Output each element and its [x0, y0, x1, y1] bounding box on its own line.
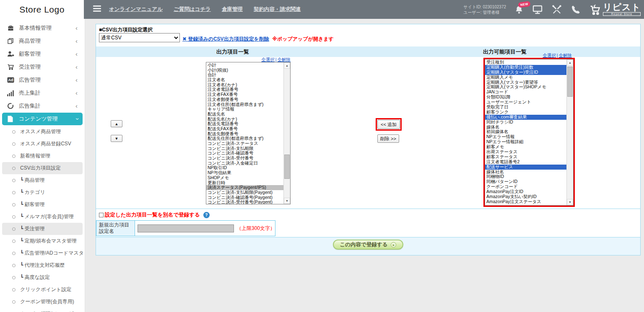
list-option[interactable]: NPエラー情報 — [485, 134, 566, 139]
list-option[interactable]: 定期購入(マスター)受注ID — [485, 70, 566, 75]
sidebar-item[interactable]: オススメ商品登録CSV — [2, 138, 83, 150]
scrollbar-thumb[interactable] — [284, 155, 290, 179]
output-items-listbox[interactable]: 小計小計(税抜)合計注文者名注文者名(カナ)注文者電話番号注文者FAX番号注文者… — [206, 62, 291, 204]
sidebar-item[interactable]: 新着情報管理 — [2, 150, 83, 162]
list-option[interactable]: 顧客ステータス — [485, 155, 566, 160]
sidebar-item[interactable]: CSV出力項目設定 — [2, 162, 83, 174]
list-option[interactable]: 更新日時 — [206, 180, 283, 186]
help-icon[interactable]: ? — [203, 212, 210, 218]
brand-logo[interactable]: リピスト Repeat Store — [589, 3, 641, 16]
phone-icon[interactable] — [571, 5, 580, 14]
sidebar-item[interactable]: ┗ 顧客管理 — [2, 199, 83, 211]
list-option[interactable]: 同封チラシID — [485, 120, 566, 125]
sidebar-item[interactable]: ┗ 高度な設定 — [2, 271, 83, 284]
available-items-listbox[interactable]: 受注種別定期購入(自動受注)回数定期購入(マスター)受注ID定期購入メモ定期購入… — [485, 59, 574, 206]
list-option[interactable]: 定期購入(マスター)要望等 — [485, 80, 566, 85]
list-option[interactable]: 同梱物ID — [485, 174, 566, 179]
list-option[interactable]: 出荷ステータス — [485, 150, 566, 155]
sidebar-item[interactable]: コンテンツ管理‹ — [2, 113, 83, 125]
sidebar-item[interactable]: クーポン管理(会員専用) — [2, 296, 83, 308]
list-option[interactable]: 媒体名 — [485, 125, 566, 130]
list-option[interactable]: 決済ステータス(Paygent/IPS) — [206, 185, 283, 190]
list-option[interactable]: 注文者電話番号2 — [485, 160, 566, 165]
remove-button[interactable]: 削除 >> — [377, 134, 399, 143]
list-option[interactable]: 定期購入(自動受注)回数 — [485, 65, 566, 70]
sidebar-item[interactable]: Ad広告管理‹ — [2, 74, 83, 86]
left-clear-all-link[interactable]: 全解除 — [278, 57, 291, 62]
list-option[interactable]: 受注種別 — [485, 60, 566, 65]
sidebar-item[interactable]: ┗ メルマガ(非会員)管理 — [2, 211, 83, 223]
list-option[interactable]: 配送先名(カナ) — [206, 117, 283, 122]
sidebar-item[interactable]: ┗ 代理注文対応履歴 — [2, 259, 83, 271]
list-option[interactable]: コンビニ決済-支払期限(Paygent) — [206, 190, 283, 195]
move-up-button[interactable]: ▲ — [111, 120, 122, 127]
monitor-icon[interactable] — [532, 5, 543, 15]
store-logo[interactable]: Store Logo — [0, 0, 84, 19]
move-down-button[interactable]: ▼ — [111, 135, 122, 142]
sidebar-item[interactable]: クリックポイント設定 — [2, 284, 83, 296]
add-button[interactable]: << 追加 — [377, 120, 400, 129]
scroll-down-icon[interactable]: ▼ — [284, 198, 290, 204]
list-option[interactable]: コンビニ決済-確認番号 — [206, 151, 283, 156]
new-setting-name-input[interactable] — [138, 224, 234, 232]
list-option[interactable]: クーポンコード — [485, 184, 566, 189]
list-option[interactable]: コンビニ決済-確認番号(Paygent) — [206, 195, 283, 200]
right-clear-all-link[interactable]: 全解除 — [559, 53, 572, 58]
sidebar-item[interactable]: オススメ商品管理 — [2, 126, 83, 138]
list-option[interactable]: 配送サービス — [485, 165, 566, 170]
sidebar-item[interactable]: ┗ カテゴリ — [2, 186, 83, 199]
list-option[interactable]: NPエラー情報詳細 — [485, 139, 566, 144]
list-option[interactable]: 注文者住所(都道府県含まず) — [206, 102, 283, 107]
list-option[interactable]: 分類ID3以降 — [485, 95, 566, 100]
list-option[interactable]: 注文者FAX番号 — [206, 92, 283, 97]
sidebar-item[interactable]: 売上集計‹ — [2, 87, 83, 99]
scrollbar-thumb[interactable] — [567, 67, 573, 97]
list-option[interactable]: NP取引ID — [206, 165, 283, 170]
list-option[interactable]: 配送先電話番号 — [206, 121, 283, 126]
sidebar-item[interactable]: 基本情報管理‹ — [2, 22, 83, 34]
list-option[interactable]: 配送先FAX番号 — [206, 126, 283, 132]
list-option[interactable]: 配送先住所(都道府県含まず) — [206, 136, 283, 141]
header-nav-link[interactable]: ご質問はコチラ — [174, 6, 211, 13]
left-select-all-link[interactable]: 全選択 — [261, 57, 275, 62]
scroll-up-icon[interactable]: ▲ — [284, 62, 290, 69]
left-scrollbar[interactable]: ▲ ▼ — [283, 62, 290, 204]
list-option[interactable]: コンビニ決済-受付番号(Paygent) — [206, 200, 283, 204]
scroll-up-icon[interactable]: ▲ — [567, 59, 573, 66]
tools-icon[interactable] — [551, 5, 562, 15]
csv-preset-select[interactable]: 通常CSV — [99, 33, 180, 42]
sidebar-item[interactable]: クーポン管理(メルマガ) — [2, 308, 83, 312]
submit-button[interactable]: この内容で登録する ▶ — [333, 240, 403, 250]
list-option[interactable]: キャリア情報 — [206, 107, 283, 112]
sidebar-item[interactable]: ┗ 広告管理/ADコードマスタ — [2, 247, 83, 259]
list-option[interactable]: AmazonPay支払い契約ID — [485, 194, 566, 199]
hamburger-menu-icon[interactable] — [93, 5, 101, 13]
list-option[interactable]: JANコード — [485, 90, 566, 95]
list-option[interactable]: 注文者電話番号 — [206, 87, 283, 92]
list-option[interactable]: コンビニ決済-支払期限 — [206, 146, 283, 151]
list-option[interactable]: 小計 — [206, 63, 283, 68]
right-scrollbar[interactable]: ▲ ▼ — [566, 59, 573, 205]
list-option[interactable]: SHOPメモ — [206, 175, 283, 180]
list-option[interactable]: NP与信結果 — [206, 170, 283, 175]
delete-saved-csv-link[interactable]: ✖ 登録済みのCSV出力項目設定を削除 — [182, 36, 269, 42]
right-select-all-link[interactable]: 全選択 — [543, 53, 556, 58]
list-option[interactable]: 受取完了日 — [485, 105, 566, 110]
list-option[interactable]: 顧客ランク — [485, 110, 566, 115]
list-option[interactable]: コンビニ決済-ステータス — [206, 141, 283, 146]
list-option[interactable]: AmazonPay注文ステータス — [485, 199, 566, 204]
sidebar-item[interactable]: 顧客管理‹ — [2, 48, 83, 60]
list-option[interactable]: 注文者郵便番号 — [206, 97, 283, 102]
sidebar-item[interactable]: ┗ 定期/頒布会マスタ管理 — [2, 235, 83, 247]
list-option[interactable]: 合計 — [206, 72, 283, 77]
scroll-down-icon[interactable]: ▼ — [567, 199, 573, 205]
list-option[interactable]: 顧客メモ — [485, 144, 566, 150]
sidebar-item[interactable]: ┗ 受注管理 — [2, 223, 83, 235]
header-nav-link[interactable]: 契約内容・請求関連 — [254, 6, 301, 13]
list-option[interactable]: 後払い.com審査結果 — [485, 115, 566, 120]
list-option[interactable]: AmazonPay注文ID — [485, 189, 566, 194]
bell-icon[interactable]: NEW — [514, 5, 524, 15]
sidebar-item[interactable]: ┗ 商品管理 — [2, 174, 83, 186]
header-nav-link[interactable]: 倉庫管理 — [222, 6, 243, 13]
header-nav-link[interactable]: オンラインマニュアル — [109, 6, 163, 13]
